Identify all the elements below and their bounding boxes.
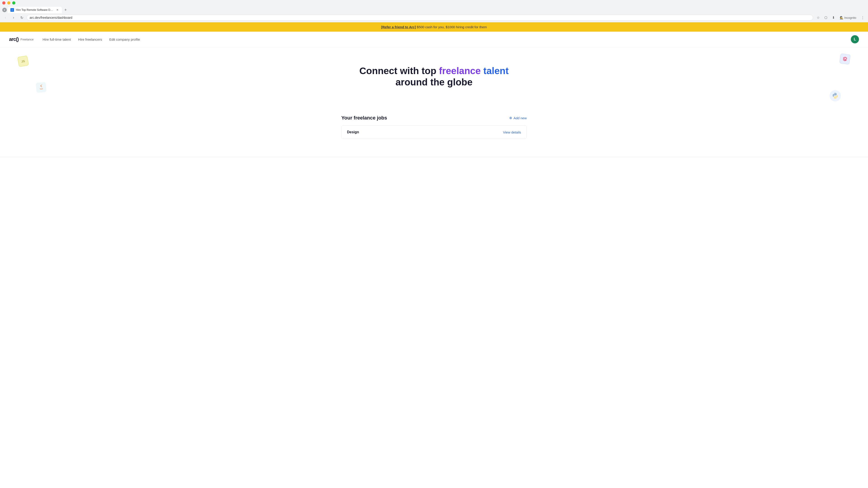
extensions-button[interactable]: ⬡ bbox=[823, 14, 829, 21]
browser-chrome: ▾ A Hire Top Remote Software Dev… ✕ + ‹ … bbox=[0, 0, 868, 22]
referral-link[interactable]: [Refer a friend to Arc] bbox=[381, 25, 416, 29]
incognito-badge: 🕵 Incognito bbox=[838, 15, 858, 20]
incognito-label: Incognito bbox=[844, 16, 856, 20]
site-nav: arc() Freelance Hire full-time talent Hi… bbox=[0, 32, 868, 47]
titlebar bbox=[0, 0, 868, 6]
menu-button[interactable]: ⋮ bbox=[860, 14, 866, 21]
hero-title-talent: talent bbox=[483, 66, 508, 76]
python-icon bbox=[830, 90, 841, 101]
table-row: Design View details bbox=[342, 126, 526, 139]
tab-bar: ▾ A Hire Top Remote Software Dev… ✕ + bbox=[0, 6, 868, 13]
maximize-window-button[interactable] bbox=[12, 1, 16, 4]
nav-edit-company[interactable]: Edit company profile bbox=[109, 37, 140, 41]
active-tab[interactable]: A Hire Top Remote Software Dev… ✕ bbox=[8, 7, 62, 13]
logo-badge: Freelance bbox=[21, 38, 34, 41]
hero-title-freelance: freelance bbox=[439, 66, 480, 76]
toolbar-icons: ☆ ⬡ ⬇ 🕵 Incognito ⋮ bbox=[815, 14, 866, 21]
download-button[interactable]: ⬇ bbox=[830, 14, 837, 21]
bookmark-button[interactable]: ☆ bbox=[815, 14, 821, 21]
hero-section: JS Connect with top freelance talent a bbox=[0, 47, 868, 110]
logo-text: arc() bbox=[9, 36, 19, 42]
page-content: [Refer a friend to Arc] $500 cash for yo… bbox=[0, 22, 868, 483]
jobs-section-title: Your freelance jobs bbox=[341, 115, 387, 121]
hero-title-space bbox=[481, 66, 484, 76]
add-new-icon: ⊕ bbox=[509, 116, 512, 120]
job-name: Design bbox=[347, 130, 359, 134]
angular-icon bbox=[839, 53, 850, 65]
forward-button[interactable]: › bbox=[10, 14, 17, 21]
promo-banner: [Refer a friend to Arc] $500 cash for yo… bbox=[0, 22, 868, 32]
user-avatar[interactable]: L bbox=[851, 35, 859, 43]
logo[interactable]: arc() Freelance bbox=[9, 36, 34, 42]
tab-close-button[interactable]: ✕ bbox=[56, 8, 59, 12]
jobs-list: Design View details bbox=[341, 125, 527, 139]
hero-title-part2: around the globe bbox=[396, 77, 473, 88]
nav-links: Hire full-time talent Hire freelancers E… bbox=[43, 37, 851, 41]
back-button[interactable]: ‹ bbox=[2, 14, 8, 21]
new-tab-button[interactable]: + bbox=[63, 7, 68, 13]
hero-title-part1: Connect with top bbox=[360, 66, 439, 76]
nav-hire-freelancers[interactable]: Hire freelancers bbox=[78, 37, 102, 41]
add-new-label: Add new bbox=[514, 116, 527, 120]
jobs-header: Your freelance jobs ⊕ Add new bbox=[341, 110, 527, 125]
browser-toolbar: ‹ › ↻ ☆ ⬡ ⬇ 🕵 Incognito ⋮ bbox=[0, 13, 868, 22]
window-controls bbox=[2, 1, 16, 4]
tab-title: Hire Top Remote Software Dev… bbox=[16, 8, 54, 11]
tab-group-button[interactable]: ▾ bbox=[2, 8, 7, 12]
jobs-section: Your freelance jobs ⊕ Add new Design Vie… bbox=[332, 110, 536, 153]
nav-hire-fulltime[interactable]: Hire full-time talent bbox=[43, 37, 71, 41]
banner-message: $500 cash for you, $1000 hiring credit f… bbox=[416, 25, 487, 29]
url-input[interactable] bbox=[30, 16, 810, 20]
address-bar[interactable] bbox=[27, 15, 813, 21]
add-new-button[interactable]: ⊕ Add new bbox=[509, 116, 527, 120]
hero-title: Connect with top freelance talent around… bbox=[9, 65, 859, 88]
page-bottom-border bbox=[0, 157, 868, 157]
tab-favicon: A bbox=[10, 8, 14, 12]
close-window-button[interactable] bbox=[2, 1, 5, 4]
incognito-icon: 🕵 bbox=[840, 16, 843, 20]
reload-button[interactable]: ↻ bbox=[19, 14, 25, 21]
minimize-window-button[interactable] bbox=[7, 1, 10, 4]
view-details-button[interactable]: View details bbox=[503, 130, 521, 134]
